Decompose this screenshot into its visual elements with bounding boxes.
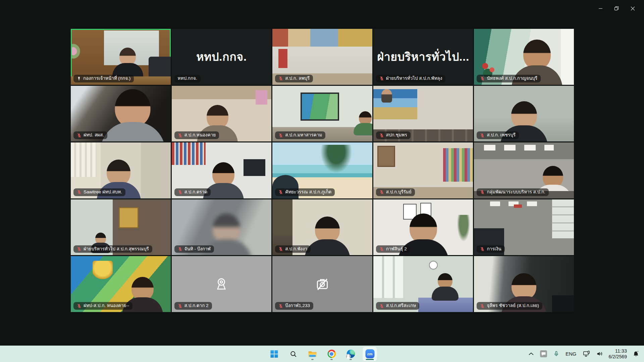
participant-tile[interactable]: ส.ป.ก.ตาก 2 bbox=[172, 256, 272, 312]
participant-name: หทป.กกจ. bbox=[178, 76, 197, 81]
taskbar: zm ENG 11:33 6/2/2569 zz bbox=[0, 346, 644, 362]
participant-tile[interactable]: การเงิน bbox=[474, 199, 574, 255]
participant-name: ฝทป-ส.ป.ก. หนองคาย-- bbox=[84, 303, 129, 309]
scene-decor bbox=[552, 295, 574, 312]
edge-icon bbox=[346, 350, 355, 358]
participant-tile[interactable]: นัทธพงศ์ ส.ป.ก.กาญจนบุรี bbox=[474, 29, 574, 85]
participant-tile[interactable]: จุลีพร ชัชวาลย์ (ส.ป.ก.เลย) bbox=[474, 256, 574, 312]
participant-tile[interactable]: ส.ป.ก. ลพบุรี bbox=[272, 29, 372, 85]
scene-decor bbox=[93, 261, 113, 284]
participant-grid: กองการเจ้าหน้าที่ (กกจ.) หทป.กกจ. หทป.กก… bbox=[71, 29, 574, 312]
mic-muted-icon bbox=[379, 76, 384, 81]
hidden-icons-button[interactable] bbox=[528, 352, 534, 356]
microphone-tray-button[interactable] bbox=[553, 350, 560, 358]
display-device-button[interactable] bbox=[582, 350, 591, 358]
participant-tile[interactable]: ส.ป.ก.ศรีสะเกษ bbox=[373, 256, 473, 312]
participant-name: สปก.ชุมพร bbox=[386, 132, 407, 138]
participant-name: ส.ป.ก.พังงา bbox=[285, 246, 307, 252]
participant-tile[interactable]: ส.ป.ก.หนองคาย bbox=[172, 86, 272, 142]
notification-bell-button[interactable]: zz bbox=[632, 350, 640, 358]
scene-decor bbox=[381, 89, 392, 103]
participant-name: จุลีพร ชัชวาลย์ (ส.ป.ก.เลย) bbox=[487, 303, 539, 309]
microphone-icon bbox=[553, 351, 559, 357]
participant-tile[interactable]: ส.ป.ก. เพชรบุรี bbox=[474, 86, 574, 142]
participant-tile[interactable]: ฝ่ายบริหารทั่วไป... ฝ่ายบริหารทั่วไป ส.ป… bbox=[373, 29, 473, 85]
scene-decor bbox=[456, 215, 471, 244]
participant-nameplate: จันทิ - บึงกาฬ bbox=[174, 245, 214, 253]
participant-tile[interactable]: กาฬสินธุ์ 2 bbox=[373, 199, 473, 255]
scene-decor bbox=[256, 90, 268, 105]
participant-nameplate: กาฬสินธุ์ 2 bbox=[376, 245, 410, 253]
volume-button[interactable] bbox=[596, 350, 604, 357]
taskbar-app-icons: zm bbox=[268, 346, 377, 362]
participant-name: การเงิน bbox=[487, 246, 501, 252]
language-indicator[interactable]: ENG bbox=[565, 350, 577, 357]
minimize-button[interactable] bbox=[592, 2, 608, 15]
mic-muted-icon bbox=[278, 133, 283, 138]
scene-decor bbox=[119, 207, 139, 228]
mic-muted-icon bbox=[379, 190, 384, 194]
participant-tile[interactable]: Sawitree ฝทป.สบท. bbox=[71, 142, 171, 198]
participant-nameplate: บึงกาฬ1,233 bbox=[275, 302, 313, 310]
participant-tile[interactable]: ส.ป.ก.มหาสารคาม bbox=[272, 86, 372, 142]
scene-decor bbox=[244, 159, 265, 176]
participant-tile[interactable]: กลุ่มพัฒนาระบบบริหาร ส.ป.ก. bbox=[474, 142, 574, 198]
participant-tile[interactable]: คัทยะวรรณ ส.ป.ก.ภูเก็ต bbox=[272, 142, 372, 198]
zoom-app-button[interactable]: zm bbox=[363, 347, 377, 361]
participant-tile[interactable]: สปก.ชุมพร bbox=[373, 86, 473, 142]
search-button[interactable] bbox=[287, 347, 300, 361]
participant-tile[interactable]: ฝทป. สผส. bbox=[71, 86, 171, 142]
mic-muted-icon bbox=[77, 304, 82, 308]
chrome-button[interactable] bbox=[325, 347, 338, 361]
participant-tile[interactable]: บึงกาฬ1,233 bbox=[272, 256, 372, 312]
close-button[interactable] bbox=[625, 2, 641, 15]
mic-muted-icon bbox=[278, 76, 283, 81]
edge-button[interactable] bbox=[344, 347, 358, 361]
participant-tile[interactable]: ส.ป.ก.พังงา bbox=[272, 199, 372, 255]
scene-decor bbox=[443, 148, 473, 182]
clock[interactable]: 11:33 6/2/2569 bbox=[609, 348, 627, 360]
participant-nameplate: ส.ป.ก.ตาก 2 bbox=[174, 302, 212, 310]
participant-nameplate: ฝ่ายบริหารทั่วไป ส.ป.ก.พัทลุง bbox=[376, 75, 445, 82]
scene-decor bbox=[377, 146, 395, 167]
participant-name: จันทิ - บึงกาฬ bbox=[184, 246, 211, 252]
scene-decor bbox=[373, 256, 403, 298]
chat-tray-button[interactable] bbox=[539, 350, 548, 358]
participant-nameplate: ส.ป.ก.พังงา bbox=[275, 245, 311, 253]
participant-nameplate: ส.ป.ก.ตราด bbox=[174, 188, 211, 196]
person-silhouette bbox=[305, 217, 350, 255]
participant-tile[interactable]: ส.ป.ก.บุรีรัมย์ bbox=[373, 142, 473, 198]
participant-tile[interactable]: ฝ่ายบริหารทั่วไป ส.ป.ก.สุพรรณบุรี bbox=[71, 199, 171, 255]
restore-button[interactable] bbox=[608, 2, 625, 15]
participant-tile[interactable]: จันทิ - บึงกาฬ bbox=[172, 199, 272, 255]
scene-decor bbox=[561, 29, 574, 85]
participant-name: กลุ่มพัฒนาระบบบริหาร ส.ป.ก. bbox=[487, 189, 545, 195]
participant-tile[interactable]: หทป.กกจ. หทป.กกจ. bbox=[172, 29, 272, 85]
participant-tile[interactable]: ส.ป.ก.ตราด bbox=[172, 142, 272, 198]
participant-nameplate: กองการเจ้าหน้าที่ (กกจ.) bbox=[73, 75, 134, 82]
participant-name: ส.ป.ก.บุรีรัมย์ bbox=[386, 189, 412, 195]
scene-decor bbox=[373, 89, 417, 119]
monitor-icon bbox=[583, 351, 590, 357]
participant-nameplate: การเงิน bbox=[477, 245, 504, 253]
mic-muted-icon bbox=[480, 133, 485, 138]
participant-name: กองการเจ้าหน้าที่ (กกจ.) bbox=[83, 76, 130, 81]
mic-muted-icon bbox=[379, 304, 384, 308]
file-explorer-button[interactable] bbox=[306, 347, 319, 361]
windows-start-button[interactable] bbox=[268, 347, 281, 361]
participant-tile[interactable]: กองการเจ้าหน้าที่ (กกจ.) bbox=[71, 29, 171, 85]
participant-nameplate: ฝทป-ส.ป.ก. หนองคาย-- bbox=[73, 302, 132, 310]
participant-nameplate: ส.ป.ก.หนองคาย bbox=[174, 131, 219, 139]
scene-decor bbox=[514, 204, 522, 208]
participant-tile[interactable]: ฝทป-ส.ป.ก. หนองคาย-- bbox=[71, 256, 171, 312]
participant-name: ส.ป.ก.มหาสารคาม bbox=[285, 132, 322, 138]
participant-nameplate: ส.ป.ก. เพชรบุรี bbox=[477, 131, 519, 139]
mic-muted-icon bbox=[379, 133, 384, 138]
mic-muted-icon bbox=[278, 304, 283, 308]
participant-name: ฝทป. สผส. bbox=[84, 132, 104, 138]
participant-name: ส.ป.ก.หนองคาย bbox=[184, 132, 216, 138]
profile-avatar bbox=[345, 354, 351, 359]
participant-nameplate: หทป.กกจ. bbox=[174, 75, 201, 82]
participant-nameplate: ส.ป.ก.บุรีรัมย์ bbox=[376, 188, 415, 196]
speech-bubble-icon bbox=[540, 350, 547, 357]
